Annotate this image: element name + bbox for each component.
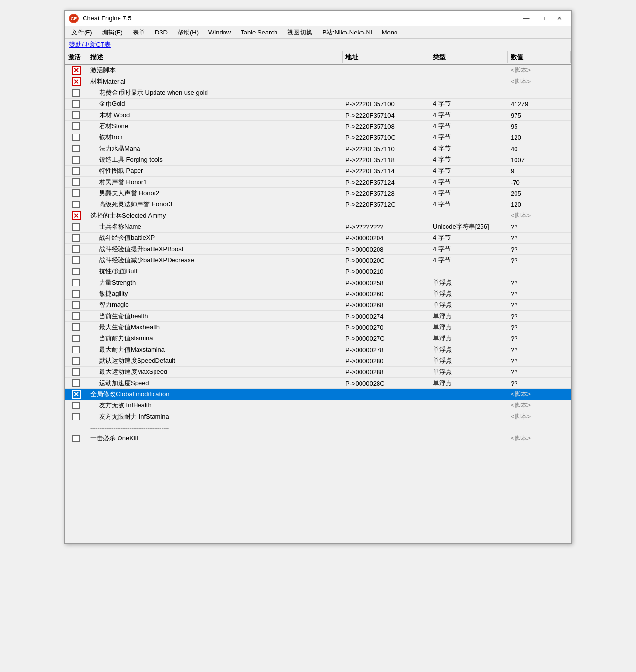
- table-row[interactable]: 智力magicP->00000268单浮点??: [65, 300, 571, 311]
- table-row[interactable]: 敏捷agilityP->00000260单浮点??: [65, 288, 571, 300]
- maximize-button[interactable]: □: [535, 13, 550, 24]
- table-row[interactable]: 锻造工具 Forging toolsP->2220F3571184 字节1007: [65, 154, 571, 166]
- activate-cell[interactable]: [65, 188, 87, 199]
- table-row[interactable]: 最大运动速度MaxSpeedP->00000288单浮点??: [65, 367, 571, 378]
- table-row[interactable]: 力量StrengthP->00000258单浮点??: [65, 277, 571, 288]
- menu-item-help[interactable]: 帮助(H): [173, 27, 203, 38]
- activate-cell[interactable]: [65, 277, 87, 288]
- menu-item-view[interactable]: 视图切换: [283, 27, 317, 38]
- table-row[interactable]: 花费金币时显示 Update when use gold: [65, 87, 571, 99]
- checkbox[interactable]: [72, 301, 80, 309]
- table-row[interactable]: ✕材料Material<脚本>: [65, 76, 571, 87]
- table-row[interactable]: 石材StoneP->2220F3571084 字节95: [65, 121, 571, 132]
- activate-cell[interactable]: ✕: [65, 210, 87, 221]
- activate-cell[interactable]: [65, 244, 87, 254]
- activate-cell[interactable]: [65, 255, 87, 266]
- table-row[interactable]: 木材 WoodP->2220F3571044 字节975: [65, 110, 571, 121]
- checkbox[interactable]: [72, 122, 80, 130]
- table-row[interactable]: 最大生命值MaxhealthP->00000270单浮点??: [65, 322, 571, 333]
- activate-cell[interactable]: [65, 311, 87, 321]
- table-row[interactable]: 抗性/负面BuffP->00000210: [65, 266, 571, 277]
- menu-item-edit[interactable]: 编辑(E): [98, 27, 127, 38]
- table-row[interactable]: ✕全局修改Global modification<脚本>: [65, 389, 571, 400]
- table-row[interactable]: 村民声誉 Honor1P->2220F3571244 字节-70: [65, 177, 571, 188]
- minimize-button[interactable]: —: [518, 13, 534, 24]
- checkbox[interactable]: [72, 156, 80, 164]
- activate-cell[interactable]: [65, 121, 87, 132]
- activate-cell[interactable]: [65, 344, 87, 355]
- close-button[interactable]: ✕: [551, 13, 567, 24]
- activate-cell[interactable]: [65, 400, 87, 411]
- table-row[interactable]: 士兵名称NameP->????????Unicode字符串[256]??: [65, 221, 571, 233]
- menu-item-mono[interactable]: Mono: [378, 27, 402, 37]
- table-row[interactable]: 战斗经验值battleXPP->000002044 字节??: [65, 233, 571, 244]
- activate-cell[interactable]: [65, 199, 87, 210]
- menu-item-file[interactable]: 文件(F): [67, 27, 97, 38]
- checkbox[interactable]: [72, 335, 80, 342]
- checkbox[interactable]: [72, 223, 80, 231]
- activate-cell[interactable]: [65, 132, 87, 143]
- checkbox[interactable]: [72, 402, 80, 409]
- activate-cell[interactable]: [65, 322, 87, 333]
- activate-cell[interactable]: [65, 333, 87, 344]
- activate-cell[interactable]: [65, 411, 87, 422]
- checkbox[interactable]: [72, 268, 80, 275]
- table-row[interactable]: ✕选择的士兵Selected Ammy<脚本>: [65, 210, 571, 221]
- checkbox[interactable]: [72, 201, 80, 208]
- activate-cell[interactable]: ✕: [65, 65, 87, 76]
- checkbox[interactable]: [72, 111, 80, 119]
- menu-item-window[interactable]: Window: [204, 27, 235, 37]
- table-row[interactable]: ✕激活脚本<脚本>: [65, 65, 571, 76]
- activate-cell[interactable]: ✕: [65, 76, 87, 87]
- table-row[interactable]: 铁材IronP->2220F35710C4 字节120: [65, 132, 571, 143]
- checkbox[interactable]: [72, 435, 80, 442]
- menu-item-table-search[interactable]: Table Search: [236, 27, 282, 37]
- activate-cell[interactable]: [65, 266, 87, 277]
- menu-item-d3d[interactable]: D3D: [151, 27, 172, 37]
- checkbox[interactable]: [72, 178, 80, 186]
- activate-cell[interactable]: [65, 300, 87, 310]
- checkbox[interactable]: [72, 368, 80, 376]
- activate-cell[interactable]: [65, 433, 87, 444]
- menu-item-table[interactable]: 表单: [128, 27, 150, 38]
- table-row[interactable]: 战斗经验值提升battleXPBoostP->000002084 字节??: [65, 244, 571, 255]
- table-row[interactable]: 当前耐力值staminaP->0000027C单浮点??: [65, 333, 571, 344]
- table-row[interactable]: 友方无敌 InfHealth<脚本>: [65, 400, 571, 411]
- activate-cell[interactable]: ✕: [65, 389, 87, 400]
- activate-cell[interactable]: [65, 177, 87, 187]
- activate-cell[interactable]: [65, 355, 87, 366]
- table-row[interactable]: 特性图纸 PaperP->2220F3571144 字节9: [65, 166, 571, 177]
- activate-cell[interactable]: [65, 143, 87, 154]
- table-row[interactable]: 运动加速度SpeedP->0000028C单浮点??: [65, 378, 571, 389]
- table-row[interactable]: 金币GoldP->2220F3571004 字节41279: [65, 99, 571, 110]
- activate-cell[interactable]: [65, 166, 87, 176]
- activate-cell[interactable]: [65, 233, 87, 243]
- table-body[interactable]: ✕激活脚本<脚本>✕材料Material<脚本>花费金币时显示 Update w…: [65, 65, 571, 543]
- checkbox[interactable]: [72, 189, 80, 197]
- checkbox[interactable]: [72, 134, 80, 141]
- checkbox[interactable]: [72, 167, 80, 175]
- checkbox[interactable]: [72, 379, 80, 387]
- menu-item-bilibili[interactable]: B站:Niko-Neko-Ni: [318, 27, 377, 38]
- activate-cell[interactable]: [65, 87, 87, 98]
- activate-cell[interactable]: [65, 378, 87, 388]
- table-row[interactable]: 高级死灵法师声誉 Honor3P->2220F35712C4 字节120: [65, 199, 571, 210]
- activate-cell[interactable]: [65, 221, 87, 232]
- table-row[interactable]: 法力水晶ManaP->2220F3571104 字节40: [65, 143, 571, 154]
- checkbox[interactable]: [72, 323, 80, 331]
- checkbox[interactable]: [72, 245, 80, 253]
- checkbox[interactable]: [72, 357, 80, 365]
- table-row[interactable]: 默认运动速度SpeedDefaultP->00000280单浮点??: [65, 355, 571, 367]
- activate-cell[interactable]: [65, 110, 87, 120]
- table-row[interactable]: 友方无限耐力 InfStamina<脚本>: [65, 411, 571, 422]
- checkbox[interactable]: [72, 312, 80, 320]
- checkbox[interactable]: [72, 279, 80, 286]
- table-row[interactable]: ----------------------------------------…: [65, 422, 571, 433]
- checkbox[interactable]: [72, 413, 80, 420]
- table-row[interactable]: 当前生命值healthP->00000274单浮点??: [65, 311, 571, 322]
- checkbox[interactable]: [72, 346, 80, 353]
- checkbox[interactable]: [72, 100, 80, 108]
- support-label[interactable]: 赞助/更新CT表: [69, 40, 111, 49]
- table-row[interactable]: 战斗经验值减少battleXPDecreaseP->0000020C4 字节??: [65, 255, 571, 266]
- activate-cell[interactable]: [65, 367, 87, 377]
